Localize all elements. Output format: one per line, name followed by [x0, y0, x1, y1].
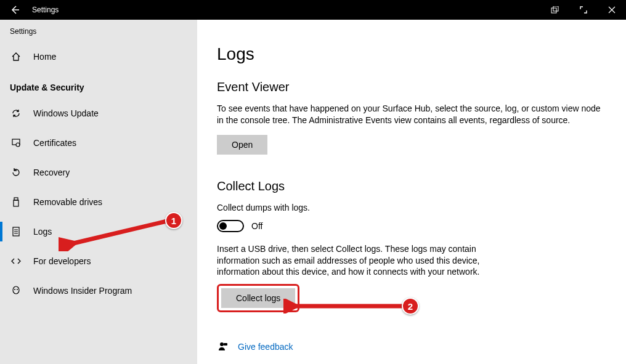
sidebar-item-label: Recovery: [33, 168, 70, 177]
back-button[interactable]: [0, 0, 30, 20]
feedback-icon: [217, 342, 229, 352]
svg-point-3: [16, 143, 20, 147]
svg-point-8: [14, 289, 15, 290]
restore-placeholder-icon[interactable]: [541, 0, 569, 20]
developer-icon: [10, 256, 22, 266]
sync-icon: [10, 108, 22, 118]
svg-point-7: [13, 286, 19, 294]
app-name-label: Settings: [0, 27, 197, 42]
window-title: Settings: [30, 6, 59, 14]
maximize-button[interactable]: [569, 0, 598, 20]
sidebar-item-label: Windows Insider Program: [33, 286, 132, 296]
sidebar-item-windows-insider[interactable]: Windows Insider Program: [0, 276, 197, 305]
collect-logs-heading: Collect Logs: [217, 179, 606, 193]
sidebar-item-logs[interactable]: Logs: [0, 217, 197, 246]
svg-rect-1: [553, 6, 558, 11]
window-titlebar: Settings: [0, 0, 626, 20]
home-icon: [10, 52, 22, 62]
sidebar-item-home[interactable]: Home: [0, 42, 197, 71]
sidebar-item-label: Logs: [33, 227, 52, 237]
svg-point-9: [17, 289, 18, 290]
sidebar-item-certificates[interactable]: Certificates: [0, 128, 197, 158]
open-button[interactable]: Open: [217, 135, 267, 155]
collect-logs-highlight: Collect logs: [217, 284, 299, 312]
event-viewer-heading: Event Viewer: [217, 80, 606, 94]
close-button[interactable]: [598, 0, 626, 20]
sidebar-item-label: Removable drives: [33, 197, 102, 207]
main-content: Logs Event Viewer To see events that hav…: [197, 20, 626, 364]
svg-rect-0: [551, 8, 556, 13]
svg-point-10: [220, 342, 224, 346]
sidebar-item-label: Certificates: [33, 138, 76, 148]
usb-desc: Insert a USB drive, then select Collect …: [217, 243, 482, 278]
sidebar-item-label: Home: [33, 52, 56, 62]
page-title: Logs: [217, 44, 606, 64]
sidebar-item-label: Windows Update: [33, 108, 99, 118]
sidebar-item-removable-drives[interactable]: Removable drives: [0, 187, 197, 217]
toggle-state-label: Off: [251, 221, 262, 231]
give-feedback-link[interactable]: Give feedback: [238, 342, 293, 352]
svg-rect-11: [224, 343, 227, 346]
insider-icon: [10, 286, 22, 296]
sidebar: Settings Home Update & Security Windows …: [0, 20, 197, 364]
recovery-icon: [10, 168, 22, 177]
usb-icon: [10, 197, 22, 207]
logs-icon: [10, 227, 22, 237]
certificate-icon: [10, 138, 22, 148]
collect-logs-button[interactable]: Collect logs: [221, 288, 295, 308]
sidebar-section-heading: Update & Security: [0, 71, 197, 99]
sidebar-item-windows-update[interactable]: Windows Update: [0, 99, 197, 128]
sidebar-item-recovery[interactable]: Recovery: [0, 158, 197, 187]
event-viewer-desc: To see events that have happened on your…: [217, 103, 606, 126]
collect-dumps-label: Collect dumps with logs.: [217, 202, 606, 214]
sidebar-item-for-developers[interactable]: For developers: [0, 246, 197, 276]
sidebar-item-label: For developers: [33, 256, 91, 266]
collect-dumps-toggle[interactable]: [217, 220, 244, 232]
svg-rect-5: [14, 200, 18, 206]
svg-rect-4: [14, 198, 18, 200]
